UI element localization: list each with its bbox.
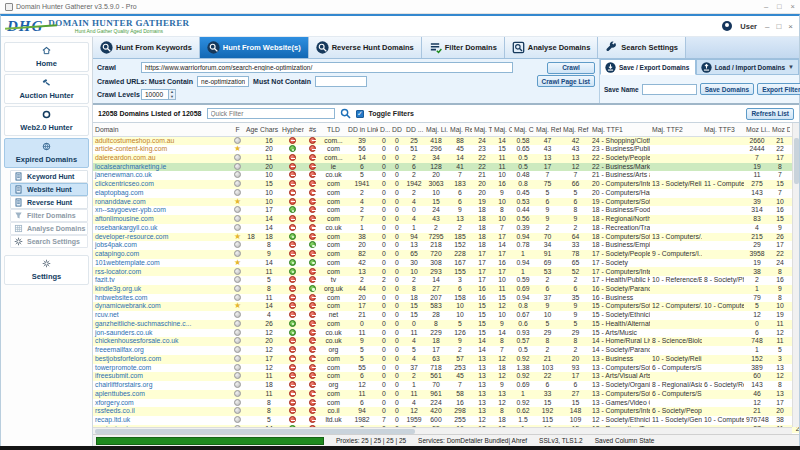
domain-link[interactable]: xforgery.com [95,399,134,406]
export-filtered-button[interactable]: Export Filtered [757,83,800,95]
table-row[interactable]: bestjobsforfelons.com17com5004635713120.… [93,355,799,364]
domain-link[interactable]: developer-resource.com [95,233,168,240]
table-row[interactable]: dalereardon.com.au11com...14002341422110… [93,154,799,163]
favorite-dot-icon[interactable] [234,399,241,406]
domain-link[interactable]: rosebankargyll.co.uk [95,224,157,231]
domain-link[interactable]: janenewman.co.uk [95,171,152,178]
maximize-icon[interactable]: □ [776,22,781,31]
favorite-dot-icon[interactable] [234,372,241,379]
column-header-domain[interactable]: Domain [93,123,231,136]
column-header-dd[interactable]: DD ... [390,123,404,136]
sidebar-item-auction-hunter[interactable]: Auction Hunter [4,74,89,104]
quick-filter-input[interactable] [207,108,335,119]
save-name-input[interactable] [642,84,697,95]
domain-link[interactable]: jon-saunders.co.uk [95,329,152,336]
column-header-maj-ttf2[interactable]: Maj. TTF2 [650,123,702,136]
table-row[interactable]: jobs4pak.com8com20001321815218140.783433… [93,241,799,250]
favorite-star-icon[interactable]: ★ [234,198,241,206]
os-maximize-icon[interactable]: □ [777,2,782,11]
domain-link[interactable]: chairliftforstairs.org [95,381,152,388]
horizontal-scrollbar[interactable] [93,427,792,434]
column-header-moz-da[interactable]: Moz DA [770,123,790,136]
favorite-dot-icon[interactable] [234,294,241,301]
favorite-dot-icon[interactable] [234,241,241,248]
search-icon[interactable] [340,108,351,119]
column-header-maj-ttf1[interactable]: Maj. TTF1 [590,123,650,136]
favorite-star-icon[interactable]: ★ [234,233,241,241]
favorite-star-icon[interactable]: ★ [234,145,241,153]
domain-link[interactable]: ganzheitliche-suchmaschine.c... [95,320,191,327]
domain-link[interactable]: clickcentricseo.com [95,180,154,187]
table-row[interactable]: aplenttubes.com11com11001196158131313327… [93,390,799,399]
sidebar-item-reverse-hunt[interactable]: Reverse Hunt [10,196,88,209]
table-row[interactable]: recap.ltd.uk5ltd.uk198270195960025512181… [93,416,799,425]
domain-link[interactable]: elaptopbag.com [95,189,143,196]
table-row[interactable]: jon-saunders.co.uk12co.uk110011229126151… [93,329,799,338]
tab-hunt-from-keywords[interactable]: Hunt From Keywords [93,37,200,58]
domain-link[interactable]: dynamicwebrank.com [95,302,161,309]
table-row[interactable]: adultcostumeshop.com.au16com...390025418… [93,136,799,145]
favorite-dot-icon[interactable] [234,311,241,318]
table-row[interactable]: dynamicwebrank.com★14com1700155831015120… [93,302,799,311]
table-row[interactable]: aftonlimousine.com14com7004431318100.569… [93,215,799,224]
column-header-maj-li[interactable]: Maj. Li... [424,123,448,136]
favorite-dot-icon[interactable] [234,154,241,161]
domain-link[interactable]: xn--saygoever-ypb.com [95,206,166,213]
tab-search-settings[interactable]: Search Settings [598,37,686,58]
domain-link[interactable]: aftonlimousine.com [95,215,154,222]
table-row[interactable]: kindle3g.org.uk8org.uk4400827616110.6966… [93,285,799,294]
user-label[interactable]: User [740,22,757,31]
domain-link[interactable]: rssfeeds.co.il [95,407,135,414]
domain-link[interactable]: recap.ltd.uk [95,416,130,423]
favorite-dot-icon[interactable] [234,189,241,196]
save-domains-button[interactable]: Save Domains [700,83,754,95]
domain-link[interactable]: article-content-king.com [95,145,167,152]
favorite-dot-icon[interactable] [234,337,241,344]
close-icon[interactable]: × [788,22,793,31]
favorite-dot-icon[interactable] [234,268,241,275]
sidebar-item-web2-0-hunter[interactable]: Web2.0 Hunter [4,106,89,136]
column-header-hyphen[interactable]: Hyphen [280,123,304,136]
table-row[interactable]: rss-locator.com11com13001029315517171535… [93,267,799,276]
favorite-dot-icon[interactable] [234,364,241,371]
column-header-maj-tf[interactable]: Maj. TF [472,123,492,136]
tab-filter-domains[interactable]: Filter Domains [422,37,505,58]
vertical-scrollbar[interactable] [792,123,799,427]
table-row[interactable]: ifreesubmit.com11com60025614513120.92221… [93,372,799,381]
column-header-tld[interactable]: TLD [321,123,346,136]
favorite-dot-icon[interactable] [234,329,241,336]
favorite-star-icon[interactable]: ★ [234,302,241,310]
sidebar-item-keyword-hunt[interactable]: Keyword Hunt [10,170,88,183]
table-row[interactable]: ganzheitliche-suchmaschine.c...26com0000… [93,320,799,329]
refresh-list-button[interactable]: Refresh List [746,108,794,120]
column-header-dd[interactable]: DD ... [404,123,424,136]
column-header-moz-li[interactable]: Moz Li... [744,123,770,136]
crawl-url-input[interactable] [141,62,513,73]
spinner-arrows-icon[interactable]: ▲▼ [169,89,176,100]
column-header-age[interactable]: Age [244,123,258,136]
column-header-d[interactable]: D... [378,123,390,136]
domain-link[interactable]: adultcostumeshop.com.au [95,137,174,144]
os-minimize-icon[interactable]: – [764,2,768,11]
favorite-dot-icon[interactable] [234,407,241,414]
domain-link[interactable]: chickenhousesforsale.co.uk [95,337,179,344]
must-contain-input[interactable] [197,76,249,87]
column-header-chars[interactable]: Chars [258,123,280,136]
favorite-star-icon[interactable]: ★ [234,259,241,267]
column-header-s[interactable]: #s [304,123,321,136]
table-row[interactable]: rosebankargyll.co.uk14co.uk1001221870.39… [93,224,799,233]
table-row[interactable]: xn--saygoever-ypb.com17com20002491880.44… [93,206,799,215]
table-row[interactable]: chickenhousesforsale.co.uk20co.uk9004189… [93,337,799,346]
table-row[interactable]: fazit.tv5tv220214317100.592217 - Health/… [93,276,799,285]
domain-link[interactable]: towerpromote.com [95,364,151,371]
domain-link[interactable]: ifreesubmit.com [95,372,143,379]
column-header-maj-ref-su[interactable]: Maj. Ref Su... [561,123,590,136]
domain-link[interactable]: ronanddave.com [95,198,146,205]
favorite-dot-icon[interactable] [234,171,241,178]
sidebar-item-analyse-domains[interactable]: Analyse Domains [10,222,88,235]
column-header-maj-re[interactable]: Maj. Re... [448,123,472,136]
os-close-icon[interactable]: × [791,2,795,11]
domain-link[interactable]: jobs4pak.com [95,241,137,248]
sidebar-item-filter-domains[interactable]: Filter Domains [10,209,88,222]
chevron-down-icon[interactable]: ▼ [788,64,794,70]
